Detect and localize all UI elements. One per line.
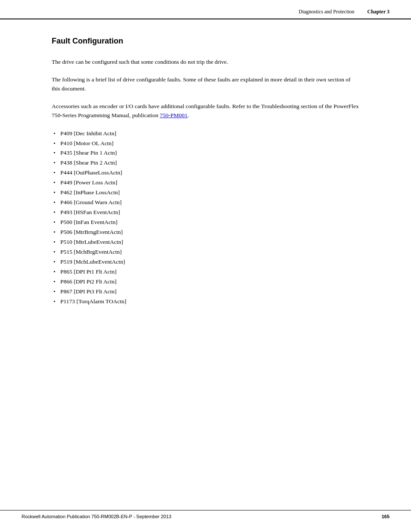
list-item: P493 [HSFan EventActn] — [52, 208, 359, 218]
list-item: P867 [DPI Pt3 Flt Actn] — [52, 287, 359, 297]
list-item: P506 [MtrBrngEventActn] — [52, 227, 359, 237]
paragraph-2: The following is a brief list of drive c… — [52, 75, 359, 93]
footer-publication: Rockwell Automation Publication 750-RM00… — [22, 514, 171, 519]
section-title: Fault Configuration — [52, 37, 359, 46]
list-item: P500 [InFan EventActn] — [52, 218, 359, 227]
fault-list: P409 [Dec Inhibit Actn]P410 [Motor OL Ac… — [52, 129, 359, 307]
header-section-label: Diagnostics and Protection — [299, 9, 354, 15]
list-item: P410 [Motor OL Actn] — [52, 139, 359, 149]
page-header: Diagnostics and Protection Chapter 3 — [0, 0, 411, 19]
list-item: P435 [Shear Pin 1 Actn] — [52, 148, 359, 158]
paragraph-3: Accessories such as encoder or I/O cards… — [52, 102, 359, 120]
list-item: P438 [Shear Pin 2 Actn] — [52, 158, 359, 168]
list-item: P466 [Ground Warn Actn] — [52, 198, 359, 208]
paragraph-1: The drive can be configured such that so… — [52, 58, 359, 67]
list-item: P409 [Dec Inhibit Actn] — [52, 129, 359, 139]
list-item: P510 [MtrLubeEventActn] — [52, 237, 359, 247]
footer-page-number: 165 — [382, 514, 389, 519]
header-chapter-label: Chapter 3 — [367, 9, 389, 15]
list-item: P462 [InPhase LossActn] — [52, 188, 359, 198]
header-section: Diagnostics and Protection Chapter 3 — [299, 9, 389, 15]
list-item: P444 [OutPhaseLossActn] — [52, 168, 359, 178]
list-item: P1173 [TorqAlarm TOActn] — [52, 297, 359, 307]
paragraph-3-text-part2: . — [187, 112, 189, 118]
list-item: P866 [DPI Pt2 Flt Actn] — [52, 277, 359, 287]
list-item: P865 [DPI Pt1 Flt Actn] — [52, 267, 359, 277]
main-content: Fault Configuration The drive can be con… — [0, 19, 411, 332]
paragraph-3-text-part1: Accessories such as encoder or I/O cards… — [52, 103, 359, 118]
page-container: Diagnostics and Protection Chapter 3 Fau… — [0, 0, 411, 532]
page-footer: Rockwell Automation Publication 750-RM00… — [0, 510, 411, 519]
list-item: P515 [MchBrgEventActn] — [52, 247, 359, 257]
list-item: P519 [MchLubeEventActn] — [52, 257, 359, 267]
list-item: P449 [Power Loss Actn] — [52, 178, 359, 188]
publication-link[interactable]: 750-PM001 — [160, 112, 188, 118]
